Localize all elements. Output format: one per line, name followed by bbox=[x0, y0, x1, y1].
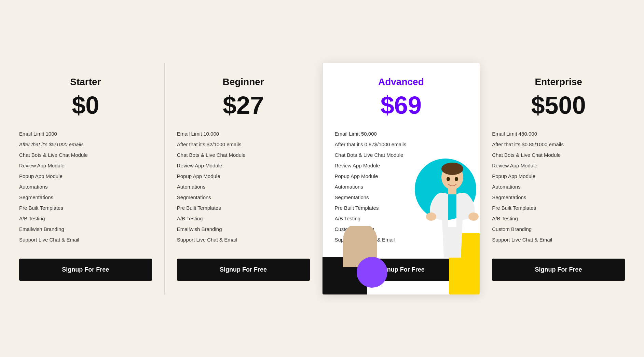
feature-item: A/B Testing bbox=[177, 213, 310, 224]
feature-item: Popup App Module bbox=[335, 171, 468, 181]
plan-name-starter: Starter bbox=[19, 77, 152, 87]
feature-item: A/B Testing bbox=[335, 213, 468, 224]
feature-item: Segmentations bbox=[177, 192, 310, 203]
features-list-beginner: Email Limit 10,000After that it's $2/100… bbox=[177, 128, 310, 245]
pricing-card-starter: Starter$0Email Limit 1000After that it's… bbox=[7, 63, 165, 294]
feature-item: Segmentations bbox=[19, 192, 152, 203]
pricing-card-beginner: Beginner$27Email Limit 10,000After that … bbox=[165, 63, 323, 294]
plan-price-starter: $0 bbox=[19, 93, 152, 118]
feature-item: Automations bbox=[19, 181, 152, 192]
feature-item: Review App Module bbox=[177, 160, 310, 171]
feature-item: After that it's $5/1000 emails bbox=[19, 139, 152, 150]
feature-item: Review App Module bbox=[335, 160, 468, 171]
feature-item: Support Live Chat & Email bbox=[335, 234, 468, 245]
plan-price-beginner: $27 bbox=[177, 93, 310, 118]
feature-item: Email Limit 1000 bbox=[19, 128, 152, 139]
feature-item: Custom Branding bbox=[492, 224, 625, 234]
feature-item: After that it's 0.87$/1000 emails bbox=[335, 139, 468, 150]
feature-item: Emailwish Branding bbox=[19, 224, 152, 234]
feature-item: Chat Bots & Live Chat Module bbox=[177, 150, 310, 160]
pricing-table: Starter$0Email Limit 1000After that it's… bbox=[7, 63, 637, 294]
feature-item: Custom Branding bbox=[335, 224, 468, 234]
signup-button-starter[interactable]: Signup For Free bbox=[19, 259, 152, 281]
plan-name-advanced: Advanced bbox=[335, 77, 468, 87]
plan-name-enterprise: Enterprise bbox=[492, 77, 625, 87]
feature-item: Pre Built Templates bbox=[177, 203, 310, 213]
features-list-advanced: Email Limit 50,000After that it's 0.87$/… bbox=[335, 128, 468, 245]
feature-item: Popup App Module bbox=[19, 171, 152, 181]
feature-item: Pre Built Templates bbox=[335, 203, 468, 213]
feature-item: Automations bbox=[177, 181, 310, 192]
signup-button-advanced[interactable]: Signup For Free bbox=[335, 259, 468, 281]
feature-item: Popup App Module bbox=[492, 171, 625, 181]
feature-item: Segmentations bbox=[335, 192, 468, 203]
feature-item: Automations bbox=[335, 181, 468, 192]
pricing-card-advanced: Advanced$69Email Limit 50,000After that … bbox=[323, 63, 480, 294]
feature-item: Review App Module bbox=[19, 160, 152, 171]
feature-item: Support Live Chat & Email bbox=[492, 234, 625, 245]
feature-item: Review App Module bbox=[492, 160, 625, 171]
plan-price-advanced: $69 bbox=[335, 93, 468, 118]
feature-item: Chat Bots & Live Chat Module bbox=[335, 150, 468, 160]
feature-item: Email Limit 480,000 bbox=[492, 128, 625, 139]
feature-item: After that it's $0.85/1000 emails bbox=[492, 139, 625, 150]
feature-item: Automations bbox=[492, 181, 625, 192]
pricing-card-enterprise: Enterprise$500Email Limit 480,000After t… bbox=[480, 63, 637, 294]
feature-item: Chat Bots & Live Chat Module bbox=[492, 150, 625, 160]
feature-item: Pre Built Templates bbox=[19, 203, 152, 213]
feature-item: Email Limit 10,000 bbox=[177, 128, 310, 139]
feature-item: A/B Testing bbox=[492, 213, 625, 224]
feature-item: Support Live Chat & Email bbox=[177, 234, 310, 245]
plan-price-enterprise: $500 bbox=[492, 93, 625, 118]
feature-item: Pre Built Templates bbox=[492, 203, 625, 213]
feature-item: Emailwish Branding bbox=[177, 224, 310, 234]
feature-item: Popup App Module bbox=[177, 171, 310, 181]
plan-name-beginner: Beginner bbox=[177, 77, 310, 87]
feature-item: Email Limit 50,000 bbox=[335, 128, 468, 139]
feature-item: Chat Bots & Live Chat Module bbox=[19, 150, 152, 160]
feature-item: After that it's $2/1000 emails bbox=[177, 139, 310, 150]
signup-button-enterprise[interactable]: Signup For Free bbox=[492, 259, 625, 281]
svg-point-4 bbox=[468, 212, 479, 221]
signup-button-beginner[interactable]: Signup For Free bbox=[177, 259, 310, 281]
feature-item: Segmentations bbox=[492, 192, 625, 203]
features-list-enterprise: Email Limit 480,000After that it's $0.85… bbox=[492, 128, 625, 245]
feature-item: A/B Testing bbox=[19, 213, 152, 224]
features-list-starter: Email Limit 1000After that it's $5/1000 … bbox=[19, 128, 152, 245]
feature-item: Support Live Chat & Email bbox=[19, 234, 152, 245]
